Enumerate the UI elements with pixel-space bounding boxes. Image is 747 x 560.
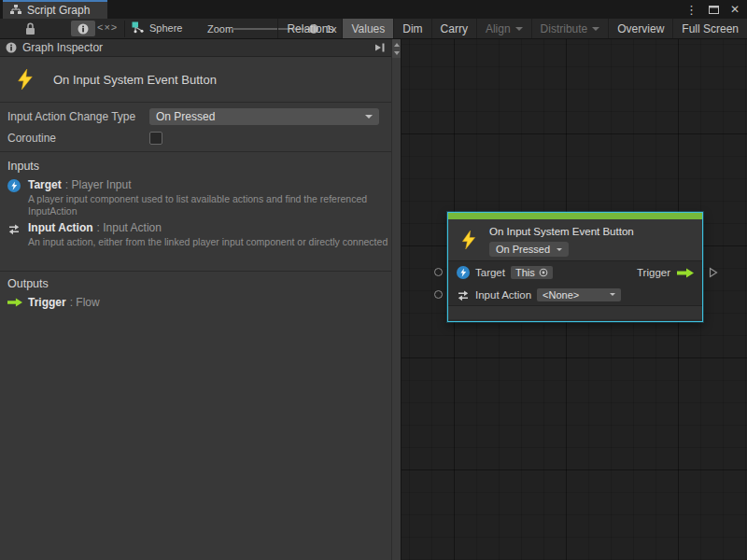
trigger-output: Trigger <box>637 267 694 278</box>
node-footer <box>448 305 702 319</box>
close-icon[interactable]: ✕ <box>730 4 740 15</box>
values-button[interactable]: Values <box>342 19 393 38</box>
object-picker-icon <box>539 268 548 277</box>
target-input-port[interactable] <box>434 268 443 276</box>
trigger-output-port[interactable] <box>709 267 718 278</box>
info-icon <box>6 42 17 53</box>
inputs-section: Inputs Target: Player Input A player inp… <box>0 152 391 272</box>
graph-owner-label: Sphere <box>149 22 182 34</box>
code-preview-icon: <×> <box>97 21 118 33</box>
toolbar-divider <box>124 21 125 37</box>
dock-panel-icon[interactable] <box>374 43 386 52</box>
tab-bar: Script Graph ⋮ ✕ <box>0 0 747 19</box>
maximize-icon[interactable] <box>709 5 719 14</box>
input-action-label: Input Action <box>475 289 531 301</box>
triangle-down-icon <box>394 51 400 58</box>
event-node[interactable]: On Input System Event Button On Pressed … <box>447 212 703 322</box>
inspector-scrollbar[interactable] <box>391 39 401 560</box>
zoom-label: Zoom <box>207 23 233 35</box>
script-graph-icon <box>10 5 21 16</box>
node-row-input-action: Input Action <None> <box>448 284 702 305</box>
lightning-bolt-icon <box>15 67 35 91</box>
code-preview-button[interactable]: <×> <box>97 21 118 33</box>
graph-inspector-panel: Graph Inspector On Input System Event Bu… <box>0 39 402 560</box>
event-option-dropdown[interactable]: On Pressed <box>489 242 569 257</box>
distribute-button[interactable]: Distribute <box>531 19 609 38</box>
node-title: On Input System Event Button <box>489 226 634 237</box>
dim-button[interactable]: Dim <box>393 19 430 38</box>
chevron-down-icon <box>610 293 615 299</box>
full-screen-button[interactable]: Full Screen <box>672 19 747 38</box>
chevron-down-icon <box>557 248 562 254</box>
player-input-icon <box>457 266 470 279</box>
chevron-down-icon <box>515 27 523 35</box>
input-action-input-port[interactable] <box>434 290 443 299</box>
inputs-heading: Inputs <box>7 160 39 173</box>
overview-button[interactable]: Overview <box>608 19 672 38</box>
input-action-icon <box>7 222 21 235</box>
input-port-target-description: A player input component used to list av… <box>28 193 402 217</box>
node-settings: Input Action Change Type On Pressed Coro… <box>0 103 391 152</box>
event-node-color-bar <box>448 213 702 219</box>
info-icon <box>78 23 89 35</box>
outputs-section: Outputs Trigger: Flow <box>0 272 391 328</box>
scroll-down-button[interactable] <box>392 49 401 58</box>
input-port-input-action: Input Action: Input Action <box>28 221 162 234</box>
inspector-node-title: On Input System Event Button <box>53 73 217 87</box>
change-type-label: Input Action Change Type <box>7 110 135 123</box>
toolbar-button-group: Relations Values Dim Carry Align Distrib… <box>277 19 747 38</box>
graph-owner-button[interactable]: Sphere <box>132 21 182 34</box>
input-port-input-action-description: An input action, either from the linked … <box>28 236 402 248</box>
coroutine-label: Coroutine <box>7 132 56 145</box>
flow-arrow-icon <box>7 298 22 307</box>
input-action-icon <box>457 288 470 301</box>
inspector-title: Graph Inspector <box>22 41 103 54</box>
input-port-target: Target: Player Input <box>28 178 132 191</box>
node-row-target: Target This Trigger <box>448 261 702 284</box>
graph-asset-icon <box>132 21 144 34</box>
target-label: Target <box>475 267 505 278</box>
trigger-label: Trigger <box>637 267 670 278</box>
chevron-down-icon <box>365 115 373 122</box>
unity-script-graph-window: Script Graph ⋮ ✕ <×> <box>0 0 747 560</box>
event-option-value: On Pressed <box>496 244 550 255</box>
node-title-block: On Input System Event Button <box>0 57 391 103</box>
flow-arrow-icon <box>677 268 694 278</box>
coroutine-checkbox[interactable] <box>149 132 162 145</box>
change-type-value: On Pressed <box>156 110 215 123</box>
output-port-trigger: Trigger: Flow <box>28 296 100 309</box>
change-type-dropdown[interactable]: On Pressed <box>149 108 379 125</box>
node-header[interactable]: On Input System Event Button On Pressed <box>448 219 702 261</box>
lock-button[interactable] <box>25 22 35 35</box>
inspector-header: Graph Inspector <box>0 39 391 57</box>
lightning-bolt-icon <box>459 229 478 251</box>
triangle-up-icon <box>394 40 400 47</box>
outputs-heading: Outputs <box>7 277 49 290</box>
input-action-dropdown[interactable]: <None> <box>537 288 621 301</box>
tab-label: Script Graph <box>27 4 90 17</box>
carry-button[interactable]: Carry <box>431 19 476 38</box>
target-object-field[interactable]: This <box>511 266 553 279</box>
graph-canvas[interactable]: On Input System Event Button On Pressed … <box>402 39 747 560</box>
player-input-icon <box>7 179 21 192</box>
chevron-down-icon <box>592 27 599 35</box>
relations-button[interactable]: Relations <box>277 19 342 38</box>
tab-script-graph[interactable]: Script Graph <box>3 0 107 19</box>
align-button[interactable]: Align <box>476 19 531 38</box>
window-menu-icon[interactable]: ⋮ <box>685 4 698 16</box>
inspector-toggle-button[interactable] <box>71 21 95 36</box>
scroll-up-button[interactable] <box>392 39 401 49</box>
lock-icon <box>25 22 35 35</box>
graph-toolbar: <×> Sphere Zoom 1x Relations Values Dim … <box>0 19 747 39</box>
